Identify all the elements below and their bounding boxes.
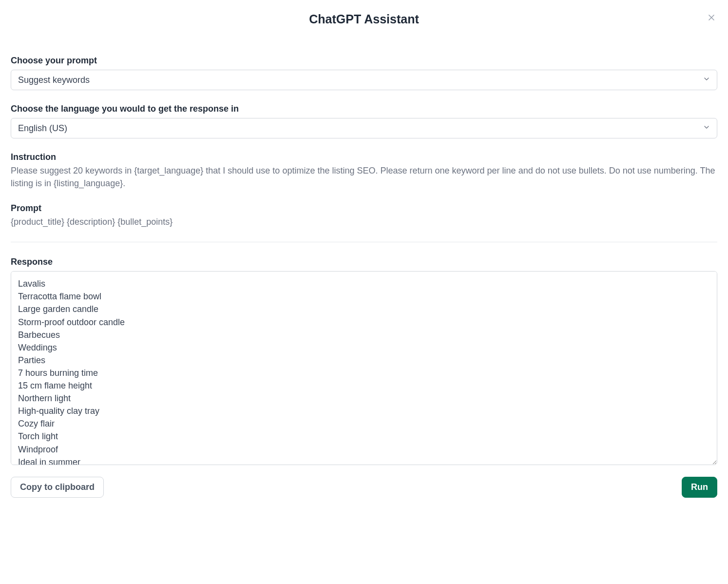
prompt-section: Prompt {product_title} {description} {bu… (11, 203, 717, 228)
prompt-select-wrapper: Suggest keywords (11, 70, 717, 90)
response-label: Response (11, 257, 717, 267)
prompt-select-group: Choose your prompt Suggest keywords (11, 56, 717, 90)
divider (11, 242, 717, 242)
prompt-select[interactable]: Suggest keywords (11, 70, 717, 90)
prompt-label: Prompt (11, 203, 717, 214)
instruction-label: Instruction (11, 152, 717, 162)
modal-header: ChatGPT Assistant (11, 12, 717, 26)
language-select-group: Choose the language you would to get the… (11, 104, 717, 138)
prompt-select-label: Choose your prompt (11, 56, 717, 66)
language-select-wrapper: English (US) (11, 118, 717, 138)
response-textarea[interactable] (11, 271, 717, 465)
language-select-label: Choose the language you would to get the… (11, 104, 717, 114)
instruction-text: Please suggest 20 keywords in {target_la… (11, 164, 717, 190)
copy-button[interactable]: Copy to clipboard (11, 477, 104, 498)
instruction-section: Instruction Please suggest 20 keywords i… (11, 152, 717, 190)
modal-title: ChatGPT Assistant (11, 12, 717, 26)
close-button[interactable] (706, 12, 717, 24)
response-section: Response (11, 257, 717, 467)
language-select[interactable]: English (US) (11, 118, 717, 138)
actions-row: Copy to clipboard Run (11, 477, 717, 498)
prompt-text: {product_title} {description} {bullet_po… (11, 215, 717, 228)
close-icon (707, 17, 716, 24)
run-button[interactable]: Run (682, 477, 717, 498)
